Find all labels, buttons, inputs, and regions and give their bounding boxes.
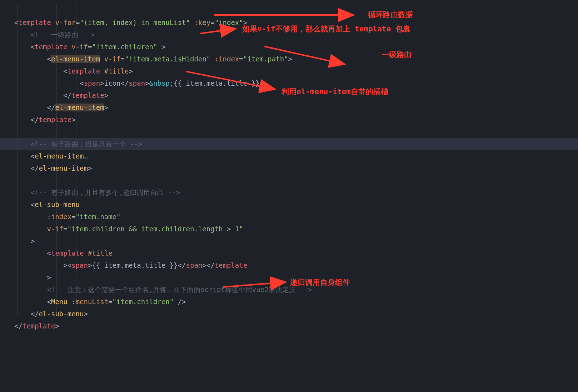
- nbsp-entity: &nbsp;: [149, 79, 174, 87]
- comment: <!-- 有子路由，并且有多个,递归调用自己 -->: [31, 189, 180, 196]
- icon-text: icon: [104, 79, 121, 87]
- code-editor[interactable]: <template v-for="(item, index) in menuLi…: [0, 0, 578, 392]
- slot-title: #title: [88, 249, 113, 257]
- v-if-expr: !item.meta.isHidden: [129, 55, 206, 63]
- v-for-expr: (item, index) in menuList: [84, 19, 186, 26]
- key-expr: index: [219, 19, 239, 26]
- v-if-expr: item.children && item.children.length > …: [71, 225, 239, 233]
- mustache: {{ item.meta.title }}: [174, 79, 259, 87]
- menulist-expr: item.children: [116, 298, 170, 306]
- comment: <!-- 有子路由，但是只有一个 -->: [31, 140, 142, 148]
- index-expr: item.name: [80, 213, 116, 221]
- index-expr: item.path: [247, 55, 284, 63]
- comment: <!-- 注意：这个需要一个组件名,并将，在下面的script标签中用vue2语…: [47, 286, 312, 293]
- mustache: {{ item.meta.title }}: [92, 261, 178, 269]
- comment: <!-- 一级路由 -->: [31, 31, 95, 39]
- v-if-expr: !item.children: [96, 43, 153, 51]
- slot-title: #title: [104, 67, 129, 75]
- code-block[interactable]: <template v-for="(item, index) in menuLi…: [0, 0, 578, 344]
